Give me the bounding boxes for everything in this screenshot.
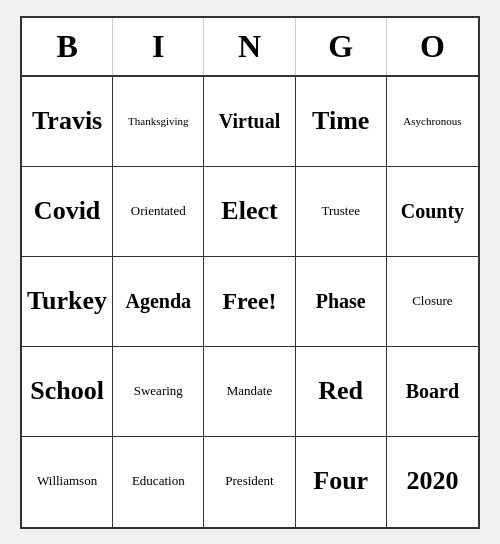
bingo-cell-8: Trustee (296, 167, 387, 257)
bingo-cell-22: President (204, 437, 295, 527)
bingo-cell-19: Board (387, 347, 478, 437)
cell-text-22: President (225, 474, 273, 488)
bingo-cell-11: Agenda (113, 257, 204, 347)
bingo-cell-2: Virtual (204, 77, 295, 167)
bingo-cell-9: County (387, 167, 478, 257)
cell-text-23: Four (313, 467, 368, 496)
cell-text-4: Asychronous (403, 115, 461, 127)
cell-text-11: Agenda (126, 290, 192, 312)
cell-text-14: Closure (412, 294, 452, 308)
cell-text-0: Travis (32, 107, 102, 136)
cell-text-15: School (30, 377, 104, 406)
header-letter-n: N (204, 18, 295, 75)
bingo-cell-12: Free! (204, 257, 295, 347)
bingo-cell-17: Mandate (204, 347, 295, 437)
bingo-card: BINGO TravisThanksgivingVirtualTimeAsych… (20, 16, 480, 529)
cell-text-17: Mandate (227, 384, 272, 398)
bingo-cell-20: Williamson (22, 437, 113, 527)
bingo-cell-16: Swearing (113, 347, 204, 437)
bingo-cell-1: Thanksgiving (113, 77, 204, 167)
bingo-cell-15: School (22, 347, 113, 437)
bingo-cell-6: Orientated (113, 167, 204, 257)
bingo-cell-18: Red (296, 347, 387, 437)
cell-text-19: Board (406, 380, 459, 402)
header-letter-i: I (113, 18, 204, 75)
cell-text-1: Thanksgiving (128, 115, 189, 127)
cell-text-16: Swearing (134, 384, 183, 398)
cell-text-5: Covid (34, 197, 100, 226)
bingo-cell-0: Travis (22, 77, 113, 167)
cell-text-9: County (401, 200, 464, 222)
header-letter-o: O (387, 18, 478, 75)
cell-text-6: Orientated (131, 204, 186, 218)
bingo-cell-13: Phase (296, 257, 387, 347)
cell-text-24: 2020 (406, 467, 458, 496)
bingo-cell-5: Covid (22, 167, 113, 257)
header-letter-g: G (296, 18, 387, 75)
cell-text-18: Red (318, 377, 363, 406)
cell-text-10: Turkey (27, 287, 107, 316)
cell-text-3: Time (312, 107, 369, 136)
cell-text-2: Virtual (219, 110, 280, 132)
cell-text-20: Williamson (37, 474, 97, 488)
cell-text-21: Education (132, 474, 185, 488)
bingo-grid: TravisThanksgivingVirtualTimeAsychronous… (22, 77, 478, 527)
bingo-cell-21: Education (113, 437, 204, 527)
header-letter-b: B (22, 18, 113, 75)
cell-text-8: Trustee (321, 204, 360, 218)
bingo-cell-7: Elect (204, 167, 295, 257)
bingo-cell-3: Time (296, 77, 387, 167)
cell-text-12: Free! (222, 288, 276, 314)
bingo-cell-24: 2020 (387, 437, 478, 527)
bingo-cell-4: Asychronous (387, 77, 478, 167)
bingo-cell-10: Turkey (22, 257, 113, 347)
cell-text-7: Elect (221, 197, 277, 226)
bingo-header: BINGO (22, 18, 478, 77)
cell-text-13: Phase (316, 290, 366, 312)
bingo-cell-14: Closure (387, 257, 478, 347)
bingo-cell-23: Four (296, 437, 387, 527)
